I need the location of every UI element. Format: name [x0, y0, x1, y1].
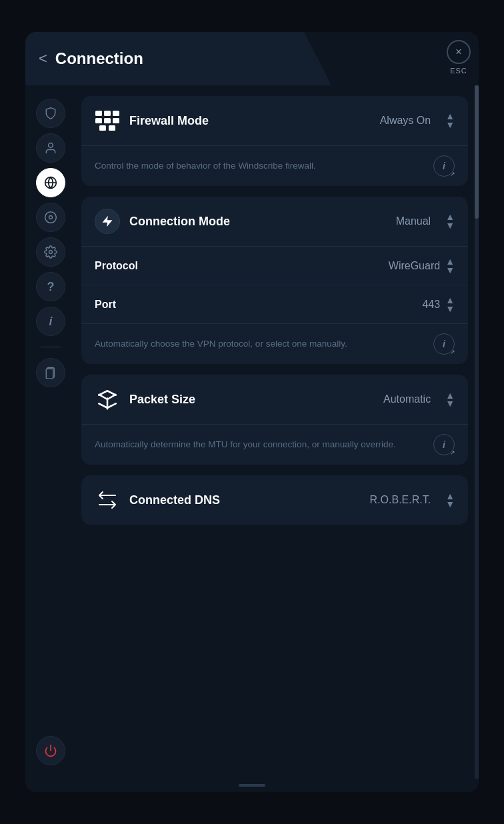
- main-layout: ? i: [25, 85, 479, 779]
- protocol-row: Protocol WireGuard ▲ ▼: [81, 246, 468, 285]
- firewall-mode-selector[interactable]: ▲ ▼: [445, 112, 455, 129]
- user-icon: [44, 141, 57, 155]
- dns-selector[interactable]: ▲ ▼: [445, 492, 455, 509]
- sidebar-item-help[interactable]: ?: [36, 272, 65, 301]
- connection-mode-info-button[interactable]: i ↗: [433, 333, 455, 355]
- sidebar-item-connection[interactable]: [36, 168, 65, 197]
- packet-size-header: Packet Size Automatic ▲ ▼: [81, 375, 468, 424]
- external-link-icon-2: ↗: [450, 349, 455, 355]
- dns-card-header: Connected DNS R.O.B.E.R.T. ▲ ▼: [81, 475, 468, 525]
- esc-label: ESC: [450, 67, 467, 75]
- firewall-mode-value: Always On: [380, 115, 431, 127]
- firewall-info-button[interactable]: i ↗: [433, 155, 455, 177]
- protocol-value: WireGuard: [389, 260, 440, 272]
- connection-mode-title: Connection Mode: [129, 215, 387, 229]
- header: < Connection: [25, 32, 365, 85]
- sidebar-item-pages[interactable]: [36, 358, 65, 387]
- network-icon: [44, 107, 57, 120]
- svg-rect-10: [104, 111, 111, 116]
- firewall-card-footer: Control the mode of behavior of the Wind…: [81, 145, 468, 186]
- svg-rect-13: [104, 118, 111, 123]
- svg-rect-15: [99, 125, 106, 131]
- back-button[interactable]: <: [39, 50, 47, 67]
- scroll-bar-bottom: [239, 784, 265, 787]
- svg-rect-9: [95, 111, 102, 116]
- dns-title: Connected DNS: [129, 493, 361, 507]
- connection-mode-selector[interactable]: ▲ ▼: [445, 213, 455, 229]
- firewall-icon: [95, 108, 120, 133]
- port-selector[interactable]: ▲ ▼: [445, 296, 455, 313]
- external-link-icon: ↗: [450, 171, 455, 177]
- connection-mode-footer: Automatically choose the VPN protocol, o…: [81, 323, 468, 364]
- svg-point-3: [45, 212, 57, 223]
- svg-rect-12: [95, 118, 102, 123]
- connection-mode-description: Automatically choose the VPN protocol, o…: [95, 337, 433, 351]
- packet-size-title: Packet Size: [129, 393, 374, 407]
- close-button[interactable]: ×: [447, 40, 471, 64]
- sidebar-divider: [41, 347, 61, 347]
- svg-rect-14: [113, 118, 119, 123]
- sidebar-item-location[interactable]: [36, 203, 65, 232]
- sidebar-item-power[interactable]: [36, 736, 65, 765]
- connection-mode-icon: [95, 209, 120, 234]
- connection-mode-header: Connection Mode Manual ▲ ▼: [81, 197, 468, 246]
- info-icon: i: [49, 315, 52, 329]
- dns-value: R.O.B.E.R.T.: [370, 494, 431, 506]
- sidebar-item-network[interactable]: [36, 99, 65, 128]
- packet-size-icon: [95, 387, 120, 412]
- gear-icon: [44, 245, 57, 259]
- packet-size-card: Packet Size Automatic ▲ ▼ Automatically …: [81, 375, 468, 465]
- question-mark-icon: ?: [47, 280, 55, 294]
- svg-point-0: [49, 143, 53, 148]
- app-container: × ESC < Connection: [0, 0, 504, 824]
- svg-point-5: [49, 251, 53, 254]
- packet-size-footer: Automatically determine the MTU for your…: [81, 424, 468, 465]
- sidebar-item-info[interactable]: i: [36, 307, 65, 336]
- sidebar: ? i: [25, 85, 76, 779]
- protocol-selector[interactable]: ▲ ▼: [445, 257, 455, 274]
- svg-rect-7: [46, 369, 53, 379]
- svg-rect-16: [109, 125, 115, 131]
- pages-icon: [45, 367, 57, 379]
- connection-icon: [44, 176, 57, 189]
- protocol-label: Protocol: [95, 260, 389, 272]
- firewall-mode-card: Firewall Mode Always On ▲ ▼ Control the …: [81, 96, 468, 186]
- firewall-mode-title: Firewall Mode: [129, 114, 371, 128]
- content-area: Firewall Mode Always On ▲ ▼ Control the …: [76, 85, 479, 779]
- sidebar-item-settings[interactable]: [36, 237, 65, 267]
- scroll-indicator: [25, 779, 479, 792]
- location-icon: [44, 211, 57, 224]
- port-label: Port: [95, 299, 422, 311]
- svg-point-4: [49, 216, 53, 219]
- connected-dns-card: Connected DNS R.O.B.E.R.T. ▲ ▼: [81, 475, 468, 525]
- port-row: Port 443 ▲ ▼: [81, 285, 468, 323]
- close-button-area[interactable]: × ESC: [447, 40, 471, 75]
- connection-mode-value: Manual: [396, 215, 431, 227]
- firewall-card-header: Firewall Mode Always On ▲ ▼: [81, 96, 468, 145]
- scrollbar[interactable]: [475, 85, 479, 779]
- page-title: Connection: [55, 49, 143, 68]
- sidebar-item-account[interactable]: [36, 133, 65, 163]
- connection-mode-card: Connection Mode Manual ▲ ▼ Protocol Wire…: [81, 197, 468, 364]
- external-link-icon-3: ↗: [450, 449, 455, 456]
- svg-rect-11: [113, 111, 119, 116]
- power-icon: [44, 744, 57, 757]
- scrollbar-thumb[interactable]: [475, 85, 479, 219]
- packet-size-value: Automatic: [383, 393, 431, 405]
- dns-icon: [95, 487, 120, 513]
- packet-size-selector[interactable]: ▲ ▼: [445, 391, 455, 408]
- packet-size-info-button[interactable]: i ↗: [433, 434, 455, 455]
- firewall-description: Control the mode of behavior of the Wind…: [95, 159, 433, 173]
- packet-size-description: Automatically determine the MTU for your…: [95, 438, 433, 451]
- window: × ESC < Connection: [25, 32, 479, 792]
- port-value: 443: [422, 299, 440, 311]
